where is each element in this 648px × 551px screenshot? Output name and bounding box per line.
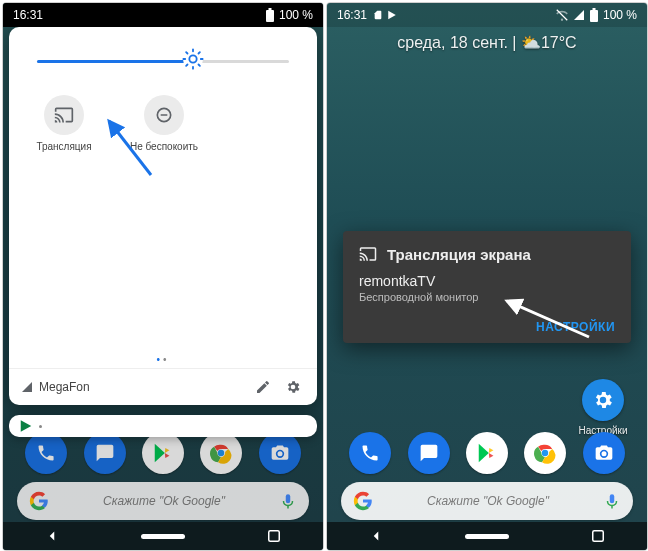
home-button[interactable] xyxy=(465,534,509,539)
cast-dialog-title: Трансляция экрана xyxy=(387,246,531,263)
qs-tile-label: Трансляция xyxy=(36,141,91,152)
status-time: 16:31 xyxy=(13,8,43,22)
qs-tile-dnd[interactable]: Не беспокоить xyxy=(129,95,199,152)
phone-app-icon[interactable] xyxy=(25,432,67,474)
svg-rect-6 xyxy=(268,8,271,10)
google-logo-icon xyxy=(29,491,49,511)
chrome-app-icon[interactable] xyxy=(200,432,242,474)
dnd-icon xyxy=(154,105,174,125)
svg-point-23 xyxy=(542,450,548,456)
status-bar: 16:31 100 % xyxy=(3,3,323,27)
home-date-weather[interactable]: среда, 18 сент. | ⛅17°C xyxy=(327,33,647,52)
svg-line-13 xyxy=(199,65,200,66)
pencil-icon xyxy=(255,379,271,395)
svg-rect-21 xyxy=(592,8,595,10)
battery-icon xyxy=(589,8,599,22)
qs-tile-cast[interactable]: Трансляция xyxy=(29,95,99,152)
signal-icon xyxy=(21,381,33,393)
svg-rect-25 xyxy=(593,531,604,542)
battery-text: 100 % xyxy=(603,8,637,22)
cast-icon xyxy=(359,245,377,263)
play-store-app-icon[interactable] xyxy=(142,432,184,474)
svg-rect-20 xyxy=(590,10,598,22)
overview-button[interactable] xyxy=(265,527,283,545)
mic-icon[interactable] xyxy=(603,492,621,510)
phone-app-icon[interactable] xyxy=(349,432,391,474)
gear-icon xyxy=(592,389,614,411)
gear-icon xyxy=(285,379,301,395)
qs-page-indicator: •• xyxy=(9,354,317,365)
svg-line-14 xyxy=(186,65,187,66)
overview-button[interactable] xyxy=(589,527,607,545)
play-store-status-icon xyxy=(387,9,397,21)
svg-rect-5 xyxy=(266,10,274,22)
brightness-thumb-icon[interactable] xyxy=(182,48,204,74)
notification-collapsed[interactable] xyxy=(9,415,317,437)
qs-tile-label: Не беспокоить xyxy=(130,141,198,152)
mic-icon[interactable] xyxy=(279,492,297,510)
messages-app-icon[interactable] xyxy=(84,432,126,474)
settings-shortcut[interactable]: Настройки xyxy=(577,379,629,436)
phone-left: Скажите "Ok Google" 16:31 100 % xyxy=(2,2,324,551)
svg-line-15 xyxy=(199,52,200,53)
back-button[interactable] xyxy=(43,527,61,545)
home-button[interactable] xyxy=(141,534,185,539)
sd-icon xyxy=(373,9,383,21)
svg-line-12 xyxy=(186,52,187,53)
search-hint: Скажите "Ok Google" xyxy=(59,494,269,508)
favorites-row xyxy=(327,432,647,474)
camera-app-icon[interactable] xyxy=(259,432,301,474)
cast-settings-link[interactable]: НАСТРОЙКИ xyxy=(536,320,615,334)
status-bar: 16:31 100 % xyxy=(327,3,647,27)
cast-device-item[interactable]: remontkaTV Беспроводной монитор xyxy=(359,273,615,303)
svg-rect-4 xyxy=(269,531,280,542)
search-hint: Скажите "Ok Google" xyxy=(383,494,593,508)
battery-icon xyxy=(265,8,275,22)
favorites-row xyxy=(3,432,323,474)
wifi-off-icon xyxy=(555,8,569,22)
svg-point-24 xyxy=(601,451,606,456)
carrier-label: MegaFon xyxy=(21,380,90,394)
play-store-app-icon[interactable] xyxy=(466,432,508,474)
cast-icon xyxy=(54,105,74,125)
google-search-bar[interactable]: Скажите "Ok Google" xyxy=(17,482,309,520)
play-store-notif-icon xyxy=(19,419,33,433)
google-logo-icon xyxy=(353,491,373,511)
camera-app-icon[interactable] xyxy=(583,432,625,474)
messages-app-icon[interactable] xyxy=(408,432,450,474)
signal-icon xyxy=(573,9,585,21)
battery-text: 100 % xyxy=(279,8,313,22)
brightness-slider[interactable] xyxy=(19,41,307,81)
android-navbar xyxy=(3,522,323,550)
cast-device-subtitle: Беспроводной монитор xyxy=(359,291,615,303)
cast-device-name: remontkaTV xyxy=(359,273,615,289)
phone-right: 16:31 100 % среда, 18 сент. | ⛅17°C Тран… xyxy=(326,2,648,551)
android-navbar xyxy=(327,522,647,550)
status-time: 16:31 xyxy=(337,8,367,22)
cast-dialog: Трансляция экрана remontkaTV Беспроводно… xyxy=(343,231,631,343)
quick-settings-panel: Трансляция Не беспокоить •• MegaFon xyxy=(9,27,317,405)
edit-button[interactable] xyxy=(251,375,275,399)
settings-button[interactable] xyxy=(281,375,305,399)
svg-point-3 xyxy=(277,451,282,456)
chrome-app-icon[interactable] xyxy=(524,432,566,474)
google-search-bar[interactable]: Скажите "Ok Google" xyxy=(341,482,633,520)
back-button[interactable] xyxy=(367,527,385,545)
